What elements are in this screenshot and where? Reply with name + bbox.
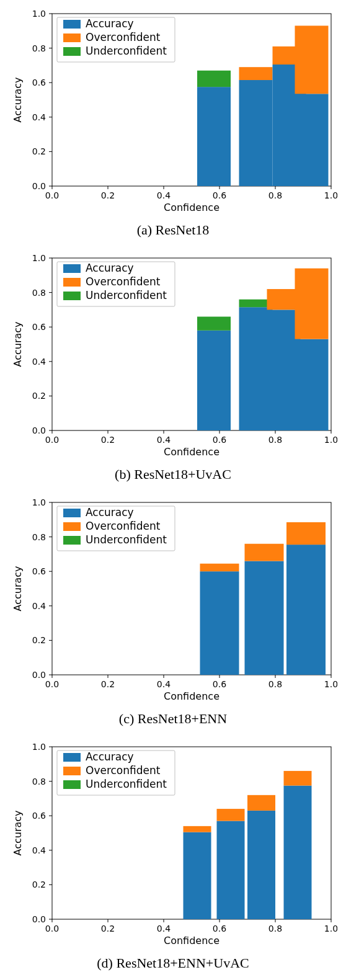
legend-label: Underconfident xyxy=(86,289,167,301)
y-tick-label: 0.2 xyxy=(32,635,46,645)
y-tick-label: 0.8 xyxy=(32,288,46,298)
x-tick-label: 1.0 xyxy=(324,190,337,200)
x-tick-label: 0.4 xyxy=(157,435,171,445)
y-tick-label: 0.4 xyxy=(32,112,46,122)
y-tick-label: 0.0 xyxy=(32,670,46,680)
bar-overconfident xyxy=(295,269,329,339)
chart-panel-3: 0.00.20.40.60.81.00.00.20.40.60.81.0Conf… xyxy=(0,739,346,971)
bar-accuracy xyxy=(286,545,326,675)
x-tick-label: 0.0 xyxy=(45,924,59,933)
y-tick-label: 0.8 xyxy=(32,43,46,53)
x-tick-label: 0.0 xyxy=(45,190,59,200)
chart-caption: (c) ResNet18+ENN xyxy=(0,711,346,727)
bar-accuracy xyxy=(200,571,239,675)
y-tick-label: 0.2 xyxy=(32,146,46,156)
y-tick-label: 0.6 xyxy=(32,78,46,87)
chart-svg: 0.00.20.40.60.81.00.00.20.40.60.81.0Conf… xyxy=(9,251,337,461)
y-tick-label: 1.0 xyxy=(32,253,46,263)
x-tick-label: 0.0 xyxy=(45,679,59,689)
y-tick-label: 0.2 xyxy=(32,391,46,401)
y-tick-label: 1.0 xyxy=(32,9,46,19)
x-tick-label: 0.4 xyxy=(157,924,171,933)
bar-overconfident xyxy=(217,809,245,821)
legend-label: Accuracy xyxy=(86,262,134,274)
legend-label: Overconfident xyxy=(86,764,161,777)
y-tick-label: 0.8 xyxy=(32,777,46,786)
legend-label: Overconfident xyxy=(86,520,161,532)
bar-overconfident xyxy=(295,25,329,94)
x-tick-label: 0.6 xyxy=(213,435,226,445)
legend-swatch xyxy=(63,20,81,29)
y-tick-label: 0.6 xyxy=(32,811,46,821)
legend-swatch xyxy=(63,33,81,42)
y-tick-label: 1.0 xyxy=(32,497,46,507)
y-tick-label: 0.0 xyxy=(32,425,46,435)
x-tick-label: 0.2 xyxy=(101,924,115,933)
x-axis-label: Confidence xyxy=(164,690,220,702)
y-tick-label: 1.0 xyxy=(32,742,46,752)
x-tick-label: 0.6 xyxy=(213,190,226,200)
legend-swatch xyxy=(63,522,81,531)
chart-caption: (b) ResNet18+UvAC xyxy=(0,466,346,483)
legend-swatch xyxy=(63,780,81,789)
legend-swatch xyxy=(63,767,81,775)
chart-caption: (d) ResNet18+ENN+UvAC xyxy=(0,955,346,971)
bar-accuracy xyxy=(295,94,329,186)
legend-swatch xyxy=(63,753,81,762)
bar-accuracy xyxy=(217,821,245,919)
x-tick-label: 0.4 xyxy=(157,679,171,689)
chart-panel-1: 0.00.20.40.60.81.00.00.20.40.60.81.0Conf… xyxy=(0,251,346,483)
legend-label: Underconfident xyxy=(86,533,167,546)
legend-swatch xyxy=(63,47,81,56)
bar-overconfident xyxy=(200,564,239,572)
y-axis-label: Accuracy xyxy=(12,321,24,367)
bar-accuracy xyxy=(247,811,275,919)
y-tick-label: 0.6 xyxy=(32,566,46,576)
bar-accuracy xyxy=(184,832,211,919)
y-axis-label: Accuracy xyxy=(12,566,24,611)
bar-accuracy xyxy=(284,786,312,919)
y-tick-label: 0.2 xyxy=(32,880,46,889)
y-tick-label: 0.4 xyxy=(32,845,46,855)
bar-overconfident xyxy=(284,771,312,786)
legend-label: Underconfident xyxy=(86,45,167,57)
x-tick-label: 0.6 xyxy=(213,924,226,933)
bar-accuracy xyxy=(197,331,231,430)
y-tick-label: 0.8 xyxy=(32,532,46,542)
chart-svg: 0.00.20.40.60.81.00.00.20.40.60.81.0Conf… xyxy=(9,495,337,706)
legend-label: Accuracy xyxy=(86,17,134,30)
legend-label: Underconfident xyxy=(86,778,167,790)
x-tick-label: 0.4 xyxy=(157,190,171,200)
y-tick-label: 0.0 xyxy=(32,181,46,191)
x-axis-label: Confidence xyxy=(164,935,220,947)
y-tick-label: 0.6 xyxy=(32,322,46,332)
y-tick-label: 0.0 xyxy=(32,914,46,924)
y-axis-label: Accuracy xyxy=(12,77,24,122)
x-tick-label: 1.0 xyxy=(324,679,337,689)
x-tick-label: 0.8 xyxy=(268,679,282,689)
x-tick-label: 0.6 xyxy=(213,679,226,689)
x-tick-label: 0.2 xyxy=(101,435,115,445)
legend-label: Accuracy xyxy=(86,506,134,519)
bar-underconfident xyxy=(197,317,231,331)
x-tick-label: 0.2 xyxy=(101,190,115,200)
x-axis-label: Confidence xyxy=(164,202,220,213)
legend-swatch xyxy=(63,536,81,545)
bar-overconfident xyxy=(245,544,284,561)
bar-accuracy xyxy=(245,561,284,675)
x-axis-label: Confidence xyxy=(164,446,220,458)
bar-overconfident xyxy=(239,67,273,80)
y-tick-label: 0.4 xyxy=(32,357,46,367)
x-tick-label: 0.2 xyxy=(101,679,115,689)
chart-caption: (a) ResNet18 xyxy=(0,222,346,238)
bar-accuracy xyxy=(239,80,273,186)
y-tick-label: 0.4 xyxy=(32,601,46,611)
legend-swatch xyxy=(63,292,81,300)
chart-panel-2: 0.00.20.40.60.81.00.00.20.40.60.81.0Conf… xyxy=(0,495,346,727)
bar-overconfident xyxy=(286,522,326,545)
chart-panel-0: 0.00.20.40.60.81.00.00.20.40.60.81.0Conf… xyxy=(0,6,346,238)
bar-accuracy xyxy=(295,339,329,430)
y-axis-label: Accuracy xyxy=(12,810,24,855)
bar-overconfident xyxy=(184,826,211,832)
chart-svg: 0.00.20.40.60.81.00.00.20.40.60.81.0Conf… xyxy=(9,739,337,950)
